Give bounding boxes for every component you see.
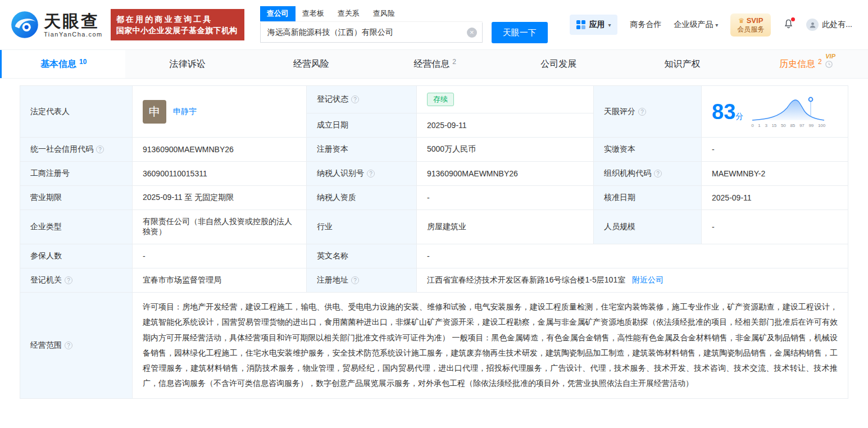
nearby-companies-link[interactable]: 附近公司 bbox=[632, 275, 664, 284]
field-label: 天眼评分 bbox=[604, 107, 635, 117]
paid-capital-label-cell: 实缴资本 bbox=[594, 138, 702, 162]
section-nav: 基本信息 10 法律诉讼 经营风险 经营信息 2 公司发展 知识产权 VIP 历… bbox=[0, 49, 868, 79]
field-value: - bbox=[143, 252, 146, 261]
tab-operation-risk[interactable]: 经营风险 bbox=[249, 50, 373, 78]
staff-size-value-cell: - bbox=[702, 210, 848, 244]
business-scope-value-cell: 许可项目：房地产开发经营，建设工程施工，输电、供电、受电电力设施的安装、维修和试… bbox=[133, 293, 848, 399]
clear-icon[interactable]: × bbox=[467, 28, 477, 38]
tick-label: 100 bbox=[818, 123, 825, 128]
enterprise-products-menu[interactable]: 企业级产品 ▾ bbox=[674, 20, 718, 30]
field-label: 实缴资本 bbox=[604, 144, 635, 153]
field-value: 2025-09-11 bbox=[427, 121, 467, 130]
field-label: 英文名称 bbox=[317, 251, 348, 260]
tab-basic-info[interactable]: 基本信息 10 bbox=[0, 50, 125, 78]
field-value: 2025-09-11 bbox=[712, 193, 752, 202]
credit-code-label-cell: 统一社会信用代码 ? bbox=[20, 138, 133, 162]
search-block: 查公司 查老板 查关系 查风险 × 天眼一下 bbox=[260, 6, 548, 43]
field-value: 91360900MAEWMNBY26 bbox=[427, 169, 518, 178]
org-code-value-cell: MAEWMNBY-2 bbox=[702, 162, 848, 186]
field-label: 注册资本 bbox=[317, 144, 348, 153]
field-value: - bbox=[427, 193, 430, 202]
field-label: 组织机构代码 bbox=[604, 169, 651, 179]
user-account-menu[interactable]: 此处有... bbox=[806, 19, 852, 31]
help-icon[interactable]: ? bbox=[351, 276, 359, 284]
field-label: 行业 bbox=[317, 222, 333, 231]
tianyancha-logo[interactable]: 天眼查 TianYanCha.com bbox=[10, 10, 103, 39]
field-value: 宜春市市场监督管理局 bbox=[143, 275, 221, 284]
tick-label: 1 bbox=[758, 123, 760, 128]
tab-label: 法律诉讼 bbox=[169, 58, 205, 70]
approval-date-value-cell: 2025-09-11 bbox=[702, 186, 848, 210]
svip-sublabel: 会员服务 bbox=[737, 25, 764, 34]
tab-history-info[interactable]: VIP 历史信息 2 bbox=[744, 50, 868, 78]
table-row: 登记机关 ? 宜春市市场监督管理局 注册地址 ? 江西省宜春经济技术开发区春新路… bbox=[20, 268, 848, 293]
help-icon[interactable]: ? bbox=[65, 342, 72, 349]
reg-address-value-cell: 江西省宜春经济技术开发区春新路16号综合楼1-5层101室 附近公司 bbox=[417, 268, 848, 293]
help-icon[interactable]: ? bbox=[638, 108, 646, 116]
company-type-label-cell: 企业类型 bbox=[20, 210, 133, 244]
enterprise-products-label: 企业级产品 bbox=[674, 20, 713, 29]
tick-label: 85 bbox=[790, 123, 795, 128]
apps-label: 应用 bbox=[589, 20, 605, 30]
search-tabs: 查公司 查老板 查关系 查风险 bbox=[260, 6, 483, 22]
logo-title: 天眼查 bbox=[44, 12, 103, 31]
business-cooperation-link[interactable]: 商务合作 bbox=[630, 20, 661, 30]
tab-legal-proceedings[interactable]: 法律诉讼 bbox=[125, 50, 249, 78]
tab-operation-info[interactable]: 经营信息 2 bbox=[373, 50, 497, 78]
tab-label: 经营风险 bbox=[293, 58, 329, 70]
search-tab-company[interactable]: 查公司 bbox=[260, 6, 296, 21]
taxpayer-quality-value-cell: - bbox=[417, 186, 594, 210]
help-icon[interactable]: ? bbox=[96, 145, 104, 153]
help-icon[interactable]: ? bbox=[654, 170, 662, 177]
tick-label: 0 bbox=[751, 123, 753, 128]
approval-date-label-cell: 核准日期 bbox=[594, 186, 702, 210]
credit-code-value-cell: 91360900MAEWMNBY26 bbox=[133, 138, 307, 162]
search-tab-relation[interactable]: 查关系 bbox=[331, 6, 366, 21]
banner-line1: 都在用的商业查询工具 bbox=[116, 13, 239, 25]
header-right: 应用 ▾ 商务合作 企业级产品 ▾ ♛ SVIP 会员服务 bbox=[570, 13, 852, 37]
field-value: - bbox=[712, 222, 715, 231]
avatar bbox=[806, 19, 819, 31]
crown-icon: ♛ bbox=[738, 17, 744, 25]
table-row: 经营范围 ? 许可项目：房地产开发经营，建设工程施工，输电、供电、受电电力设施的… bbox=[20, 293, 848, 399]
table-row: 参保人数 - 英文名称 - bbox=[20, 244, 848, 268]
search-input[interactable] bbox=[260, 22, 483, 43]
paid-capital-value-cell: - bbox=[702, 138, 848, 162]
tab-intellectual-property[interactable]: 知识产权 bbox=[620, 50, 744, 78]
field-label: 成立日期 bbox=[317, 120, 348, 129]
establish-date-label-cell: 成立日期 bbox=[307, 113, 417, 138]
legal-rep-label-cell: 法定代表人 bbox=[20, 86, 133, 138]
help-icon[interactable]: ? bbox=[351, 95, 359, 103]
field-label: 经营范围 bbox=[30, 340, 62, 350]
english-name-label-cell: 英文名称 bbox=[307, 244, 417, 268]
notifications-button[interactable] bbox=[783, 19, 794, 31]
reg-authority-value-cell: 宜春市市场监督管理局 bbox=[133, 268, 307, 293]
field-label: 统一社会信用代码 bbox=[30, 144, 93, 154]
tick-label: 99 bbox=[808, 123, 814, 128]
business-term-label-cell: 营业期限 bbox=[20, 186, 133, 210]
tab-company-development[interactable]: 公司发展 bbox=[497, 50, 620, 78]
english-name-value-cell: - bbox=[417, 244, 848, 268]
tianyancha-logo-icon bbox=[10, 10, 39, 39]
svip-label: SVIP bbox=[747, 16, 764, 25]
legal-rep-avatar[interactable]: 申 bbox=[143, 100, 166, 124]
table-row: 营业期限 2025-09-11 至 无固定期限 纳税人资质 - 核准日期 202… bbox=[20, 186, 848, 210]
taxpayer-quality-label-cell: 纳税人资质 bbox=[307, 186, 417, 210]
field-label: 登记状态 bbox=[317, 94, 348, 104]
search-tab-risk[interactable]: 查风险 bbox=[366, 6, 402, 21]
help-icon[interactable]: ? bbox=[65, 276, 72, 284]
search-tab-boss[interactable]: 查老板 bbox=[296, 6, 331, 21]
tab-label: 经营信息 bbox=[413, 58, 449, 70]
svip-membership-button[interactable]: ♛ SVIP 会员服务 bbox=[730, 13, 771, 37]
table-row: 统一社会信用代码 ? 91360900MAEWMNBY26 注册资本 5000万… bbox=[20, 138, 848, 162]
tab-count: 2 bbox=[452, 58, 456, 66]
field-value: 房屋建筑业 bbox=[427, 222, 466, 231]
tab-label: 历史信息 bbox=[779, 58, 815, 70]
field-value: 有限责任公司（非自然人投资或控股的法人独资） bbox=[143, 217, 292, 236]
reg-capital-label-cell: 注册资本 bbox=[307, 138, 417, 162]
apps-menu-button[interactable]: 应用 ▾ bbox=[570, 15, 617, 35]
search-button[interactable]: 天眼一下 bbox=[492, 22, 548, 43]
tab-count: 2 bbox=[818, 58, 822, 66]
legal-rep-name-link[interactable]: 申静宇 bbox=[173, 107, 197, 117]
help-icon[interactable]: ? bbox=[367, 170, 375, 177]
